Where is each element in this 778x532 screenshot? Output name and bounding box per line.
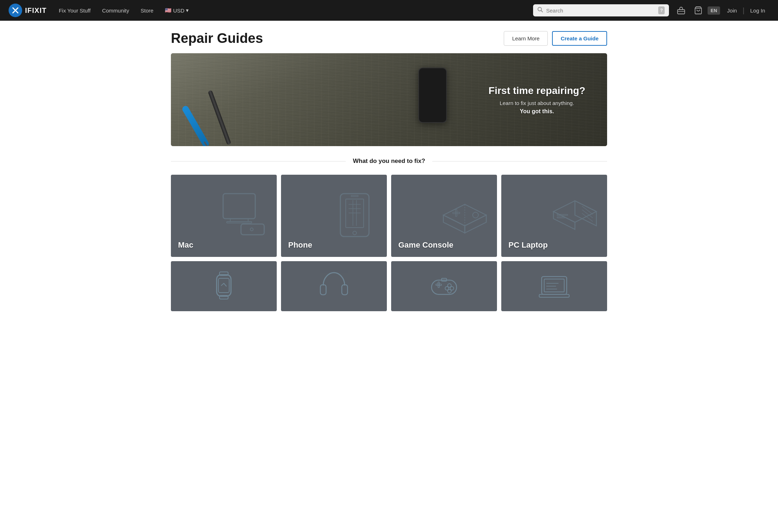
search-input[interactable]	[546, 8, 655, 14]
join-link[interactable]: Join	[723, 5, 742, 16]
phone-icon	[326, 187, 383, 245]
currency-text: USD	[173, 8, 184, 14]
game-console-icon	[436, 187, 493, 245]
category-label-game-console: Game Console	[398, 240, 453, 250]
hero-banner[interactable]: First time repairing? Learn to fix just …	[171, 53, 607, 146]
svg-rect-31	[218, 278, 229, 293]
create-guide-button[interactable]: Create a Guide	[552, 31, 607, 46]
svg-line-3	[541, 11, 543, 12]
category-label-mac: Mac	[178, 240, 193, 250]
svg-point-42	[448, 289, 451, 293]
toolbox-icon[interactable]	[673, 3, 689, 18]
nav-community[interactable]: Community	[97, 5, 134, 16]
divider-line-left	[171, 161, 346, 161]
section-divider: What do you need to fix?	[171, 158, 607, 165]
page-header: Repair Guides Learn More Create a Guide	[171, 21, 607, 53]
currency-chevron-icon: ▾	[186, 7, 189, 14]
svg-point-11	[250, 228, 253, 231]
nav-icon-group: EN	[673, 3, 720, 18]
svg-point-21	[473, 212, 478, 218]
svg-rect-13	[346, 199, 364, 228]
main-content: Repair Guides Learn More Create a Guide …	[164, 21, 614, 311]
svg-rect-7	[223, 194, 255, 219]
logo-text: IFIXIT	[25, 6, 46, 15]
svg-rect-22	[453, 212, 460, 214]
svg-rect-9	[227, 222, 252, 223]
nav-currency[interactable]: 🇺🇸 USD ▾	[160, 4, 194, 16]
page-title: Repair Guides	[171, 31, 263, 46]
svg-line-35	[224, 283, 226, 286]
navbar: IFIXIT Fix Your Stuff Community Store 🇺🇸…	[0, 0, 778, 21]
cart-icon[interactable]	[690, 3, 706, 18]
category-grid-bottom	[171, 261, 607, 311]
svg-rect-23	[456, 209, 457, 217]
category-grid-top: Mac Phone	[171, 175, 607, 257]
svg-rect-44	[438, 282, 439, 288]
hero-sub: Learn to fix just about anything.	[488, 100, 585, 106]
appliance-icon	[206, 268, 242, 305]
search-shortcut-badge: ?	[658, 6, 665, 14]
category-label-pc-laptop: PC Laptop	[508, 240, 548, 250]
svg-rect-36	[320, 285, 326, 295]
category-card-appliance[interactable]	[171, 261, 277, 311]
divider-text: What do you need to fix?	[353, 158, 425, 165]
svg-rect-15	[351, 195, 358, 197]
auth-links: Join | Log In	[723, 5, 769, 16]
category-card-mac[interactable]: Mac	[171, 175, 277, 257]
divider-line-right	[432, 161, 607, 161]
category-card-pc-desktop[interactable]	[501, 261, 607, 311]
svg-rect-28	[557, 214, 568, 215]
svg-rect-4	[678, 10, 685, 14]
svg-line-34	[221, 283, 224, 285]
camera-icon	[426, 268, 462, 305]
nav-links: Fix Your Stuff Community Store 🇺🇸 USD ▾	[54, 4, 529, 16]
header-buttons: Learn More Create a Guide	[504, 31, 607, 46]
svg-rect-29	[557, 217, 565, 218]
category-card-game-console[interactable]: Game Console	[391, 175, 497, 257]
category-label-phone: Phone	[288, 240, 312, 250]
auth-divider: |	[743, 6, 744, 15]
nav-fix-your-stuff[interactable]: Fix Your Stuff	[54, 5, 95, 16]
tool-blue-screwdriver	[181, 105, 210, 146]
svg-rect-12	[340, 194, 369, 237]
category-card-camera[interactable]	[391, 261, 497, 311]
pc-laptop-icon	[546, 187, 604, 245]
svg-rect-43	[436, 284, 442, 285]
category-card-pc-laptop[interactable]: PC Laptop	[501, 175, 607, 257]
logo-icon	[9, 4, 22, 17]
svg-rect-38	[432, 280, 457, 294]
pc-desktop-icon	[536, 268, 572, 305]
tool-black-spudger	[208, 90, 231, 145]
svg-rect-47	[544, 279, 564, 292]
currency-flag: 🇺🇸	[165, 7, 172, 14]
logo[interactable]: IFIXIT	[9, 4, 46, 17]
hero-text: First time repairing? Learn to fix just …	[488, 85, 585, 115]
svg-point-14	[353, 231, 356, 235]
category-card-phone[interactable]: Phone	[281, 175, 387, 257]
search-bar[interactable]: ?	[533, 4, 669, 16]
svg-rect-10	[241, 224, 264, 235]
hero-phone	[418, 68, 447, 123]
login-link[interactable]: Log In	[746, 5, 769, 16]
hero-heading: First time repairing?	[488, 85, 585, 96]
category-card-tablet[interactable]	[281, 261, 387, 311]
mac-icon	[216, 187, 273, 245]
search-icon	[537, 7, 543, 14]
language-selector[interactable]: EN	[708, 6, 720, 15]
svg-rect-37	[342, 285, 348, 295]
nav-store[interactable]: Store	[136, 5, 158, 16]
hero-emphasis: You got this.	[488, 108, 585, 115]
tablet-icon	[316, 268, 352, 305]
learn-more-button[interactable]: Learn More	[504, 31, 548, 46]
